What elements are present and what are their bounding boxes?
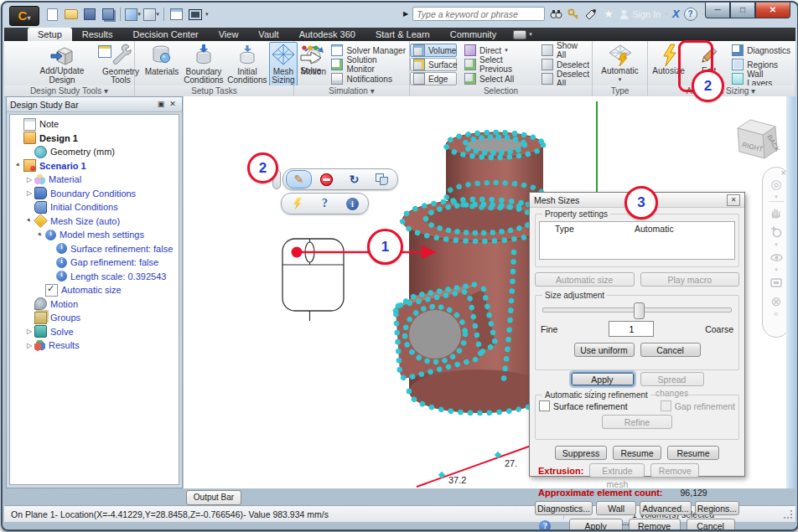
- zoom-icon[interactable]: [768, 224, 785, 240]
- edit-tool-icon[interactable]: ✎: [286, 170, 312, 189]
- search-expand-icon[interactable]: ▶: [403, 10, 408, 18]
- add-update-design-button[interactable]: Add/Update Design: [27, 42, 97, 86]
- cancel-size-button[interactable]: Cancel: [640, 343, 701, 357]
- communication-icon[interactable]: [584, 8, 598, 21]
- tree-item-length-scale-0-392543[interactable]: Length scale: 0.392543: [10, 270, 179, 284]
- sign-in-button[interactable]: Sign In: [619, 9, 661, 19]
- tab-community[interactable]: Community: [440, 28, 507, 41]
- orbit-dropdown-icon[interactable]: ▾: [775, 195, 778, 199]
- zoom-window-icon[interactable]: [768, 274, 785, 291]
- diagnostics-button[interactable]: Diagnostics: [728, 44, 794, 57]
- tab-decision-center[interactable]: Decision Center: [122, 28, 208, 41]
- zoom-dropdown-icon[interactable]: ▾: [775, 243, 778, 246]
- help-dropdown-icon[interactable]: ▾: [702, 11, 705, 18]
- tree-item-note[interactable]: Note: [10, 117, 179, 132]
- dialog-close-icon[interactable]: ✕: [727, 194, 740, 206]
- edge-button[interactable]: Edge: [410, 72, 457, 85]
- deselect-all-button[interactable]: Deselect All: [538, 72, 592, 85]
- size-value-input[interactable]: [609, 321, 654, 337]
- new-file-button[interactable]: [44, 7, 60, 22]
- materials-button[interactable]: Materials: [142, 42, 181, 86]
- advanced-button[interactable]: Advanced...: [640, 501, 691, 515]
- resume-all-button[interactable]: Resume all: [667, 446, 719, 460]
- save-button[interactable]: [81, 7, 97, 22]
- refine-button[interactable]: Refine: [602, 415, 672, 429]
- close-button[interactable]: ✕: [755, 3, 790, 18]
- regions-button[interactable]: Regions...: [695, 501, 739, 515]
- size-slider-thumb[interactable]: [634, 302, 645, 319]
- volume-button[interactable]: Volume: [410, 44, 457, 57]
- mesh-sizing-button[interactable]: Mesh Sizing: [269, 42, 298, 86]
- use-uniform-button[interactable]: Use uniform: [574, 343, 635, 357]
- dropdown-icon[interactable]: ▾: [137, 11, 141, 18]
- app-logo[interactable]: C▾: [9, 6, 39, 26]
- float-panel-icon[interactable]: ▣: [155, 99, 167, 110]
- table-button[interactable]: [168, 7, 184, 22]
- tab-autodesk-360[interactable]: Autodesk 360: [289, 28, 365, 41]
- navbar-close-icon[interactable]: ✕: [780, 169, 786, 177]
- resize-grip[interactable]: [782, 509, 794, 520]
- tree-item-surface-refinement-false[interactable]: Surface refinement: false: [10, 242, 179, 256]
- geometry-tools-button[interactable]: Geometry Tools: [100, 42, 142, 86]
- viewcube-gray-button[interactable]: ▾: [143, 7, 159, 22]
- autosize-tool-icon[interactable]: [284, 194, 310, 213]
- size-slider[interactable]: [542, 307, 732, 312]
- show-all-button[interactable]: Show All: [538, 44, 592, 57]
- help-tool-icon[interactable]: ?: [312, 194, 338, 213]
- select-previous-button[interactable]: Select Previous: [461, 58, 534, 71]
- tree-expander-icon[interactable]: ▷: [24, 328, 34, 335]
- play-macro-button[interactable]: Play macro: [640, 272, 740, 287]
- tree-expander-icon[interactable]: ▷: [24, 176, 34, 183]
- tree-item-material[interactable]: ▷Material: [10, 173, 179, 187]
- tab-results[interactable]: Results: [72, 28, 123, 41]
- tree-item-boundary-conditions[interactable]: ▷Boundary Conditions: [10, 187, 179, 201]
- favorites-star-icon[interactable]: ★: [602, 8, 615, 21]
- close-panel-icon[interactable]: ✕: [167, 99, 179, 110]
- media-menu[interactable]: ▾: [513, 28, 532, 41]
- resume-button[interactable]: Resume: [613, 446, 661, 460]
- refresh-tool-icon[interactable]: ↻: [341, 170, 367, 189]
- tree-item-mesh-size-auto[interactable]: ▴Mesh Size (auto): [10, 214, 179, 229]
- boundary-conditions-button[interactable]: Boundary Conditions: [182, 42, 225, 86]
- tab-setup[interactable]: Setup: [28, 28, 72, 41]
- tree-item-solve[interactable]: ▷Solve: [10, 325, 179, 339]
- tree-item-results[interactable]: ▷Results: [10, 338, 179, 353]
- tree-item-initial-conditions[interactable]: Initial Conditions: [10, 200, 179, 214]
- automatic-type-button[interactable]: Automatic ▾: [593, 42, 647, 86]
- tree-expander-icon[interactable]: ▷: [24, 342, 34, 349]
- output-bar-button[interactable]: Output Bar: [186, 490, 241, 505]
- sign-in-dropdown-icon[interactable]: ▾: [665, 11, 668, 18]
- surface-button[interactable]: Surface: [410, 58, 457, 71]
- info-tool-icon[interactable]: i: [339, 194, 365, 213]
- apply-changes-button[interactable]: Apply changes: [571, 372, 635, 386]
- dropdown-icon[interactable]: ▾: [156, 11, 159, 18]
- help-icon[interactable]: ?: [684, 8, 697, 21]
- automatic-size-button[interactable]: Automatic size: [535, 272, 635, 287]
- tree-item-gap-refinement-false[interactable]: Gap refinement: false: [10, 256, 179, 270]
- spread-changes-button[interactable]: Spread changes: [640, 372, 704, 386]
- remove-button[interactable]: Remove: [629, 519, 681, 531]
- dropdown-icon[interactable]: ▾: [505, 47, 508, 54]
- select-similar-tool-icon[interactable]: [369, 170, 395, 189]
- solve-button[interactable]: Solve: [294, 42, 327, 86]
- gap-refinement-checkbox[interactable]: [661, 400, 671, 411]
- minimize-button[interactable]: ─: [705, 3, 730, 18]
- search-binoculars-icon[interactable]: [549, 8, 562, 21]
- wall-layer-button[interactable]: Wall layer...: [596, 501, 636, 515]
- screen-button[interactable]: [187, 7, 203, 22]
- select-all-button[interactable]: Select All: [461, 72, 534, 85]
- apply-button[interactable]: Apply: [569, 519, 623, 531]
- tree-expander-icon[interactable]: ▷: [24, 189, 34, 197]
- save-all-button[interactable]: [100, 7, 116, 22]
- group-label-simulation[interactable]: Simulation ▾: [294, 85, 409, 96]
- tree-item-groups[interactable]: Groups: [10, 311, 179, 325]
- fit-view-icon[interactable]: ⊗: [768, 293, 785, 310]
- notifications-button[interactable]: Notifications: [328, 72, 409, 85]
- tab-view[interactable]: View: [209, 28, 249, 41]
- qat-customize-dropdown-icon[interactable]: ▾: [205, 11, 209, 18]
- open-file-button[interactable]: [63, 7, 79, 22]
- tree-item-automatic-size[interactable]: Automatic size: [10, 283, 179, 297]
- diagnostics-button[interactable]: Diagnostics...: [535, 501, 593, 515]
- tree-item-geometry-mm[interactable]: Geometry (mm): [10, 145, 179, 159]
- suppress-button[interactable]: Suppress: [555, 446, 607, 460]
